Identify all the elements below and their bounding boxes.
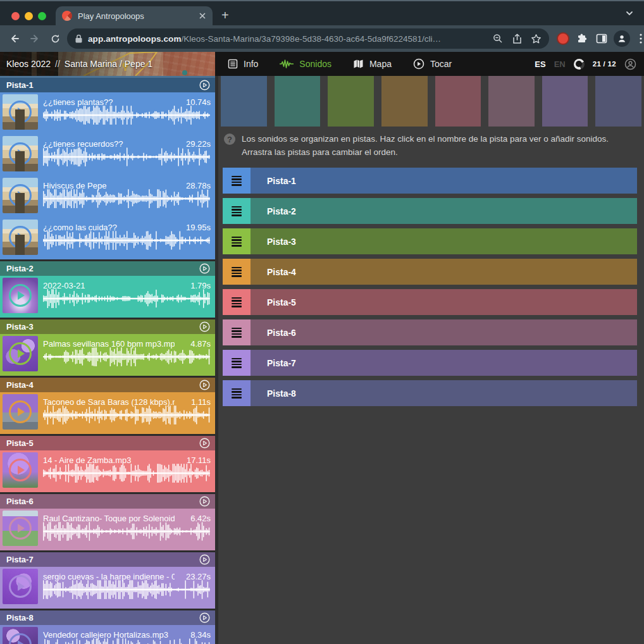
lang-es-button[interactable]: ES [535,59,545,69]
audio-clip[interactable]: ¿¿como las cuida??19.95s [0,218,215,259]
drag-handle-icon [232,267,242,277]
track-play-button[interactable] [199,496,210,507]
clip-play-button[interactable] [9,142,32,165]
tab-favicon [62,11,72,21]
audio-clip[interactable]: Vendedor callejero Hortalizas.mp38.34s [0,625,215,644]
nav-item-mapa[interactable]: Mapa [353,59,392,69]
clip-thumbnail [3,278,38,313]
track-swatch-4 [381,76,428,127]
address-bar[interactable]: app.antropoloops.com/Kleos-Santa-Marina/… [67,28,549,49]
sidebar-track-header-7[interactable]: Pista-7 [0,552,215,567]
clip-thumbnail [3,394,38,430]
account-icon[interactable] [624,58,636,70]
drag-handle[interactable] [223,289,251,315]
sidebar-track-header-3[interactable]: Pista-3 [0,319,215,334]
sidebar-track-header-6[interactable]: Pista-6 [0,494,215,509]
track-play-button[interactable] [199,321,210,332]
audio-clip[interactable]: Palmas sevillanas 160 bpm mp3.mp34.87s [0,334,215,376]
audio-clip[interactable]: ¿¿tienes recuerdos??29.22s [0,134,215,176]
recording-extension-icon[interactable] [557,32,569,45]
clip-thumbnail [3,511,38,546]
sidebar-track-header-5[interactable]: Pista-5 [0,436,215,450]
clip-play-button[interactable] [9,400,32,423]
drag-handle[interactable] [223,168,251,194]
nav-label-tocar: Tocar [430,59,452,69]
back-button[interactable] [6,30,23,47]
clip-play-button[interactable] [9,184,32,207]
extensions-puzzle-icon[interactable] [573,32,590,46]
breadcrumb-title: Santa Marina / Pepe 1 [65,59,152,69]
sidebar-track-section-8: Pista-8Vendedor callejero Hortalizas.mp3… [0,610,215,644]
nav-item-sonidos[interactable]: Sonidos [280,59,331,69]
zoom-out-icon[interactable] [491,32,505,46]
maximize-window-button[interactable] [38,12,46,20]
nav-item-tocar[interactable]: Tocar [413,58,452,70]
sidebar-track-header-8[interactable]: Pista-8 [0,610,215,625]
drag-handle[interactable] [223,259,251,285]
tab-search-chevron-icon[interactable] [625,9,634,18]
clip-play-button[interactable] [9,633,32,644]
lang-en-button[interactable]: EN [554,59,566,69]
clip-play-button[interactable] [9,226,32,249]
track-row-button[interactable]: Pista-2 [251,198,637,224]
map-thumbnail-banner[interactable]: Kleos 2022 // Santa Marina / Pepe 1 [0,52,215,76]
track-row-button[interactable]: Pista-3 [251,228,637,254]
clip-play-button[interactable] [9,459,32,481]
drag-handle[interactable] [223,319,251,345]
track-row-button[interactable]: Pista-4 [251,259,637,285]
browser-tab[interactable]: Play Antropoloops [56,6,213,25]
clip-play-button[interactable] [9,342,32,365]
sidebar-track-header-4[interactable]: Pista-4 [0,378,215,392]
breadcrumb: Kleos 2022 // Santa Marina / Pepe 1 [6,52,152,76]
track-row-button[interactable]: Pista-8 [251,380,637,406]
drag-handle[interactable] [223,228,251,254]
forward-button[interactable] [27,30,43,47]
audio-clip[interactable]: 14 - Aire de Zamba.mp317.11s [0,450,215,492]
track-play-button[interactable] [199,380,210,390]
nav-item-info[interactable]: Info [228,59,258,69]
audio-clip[interactable]: 2022-03-211.79s [0,276,215,318]
close-window-button[interactable] [11,12,20,20]
track-play-button[interactable] [199,263,210,274]
clip-play-button[interactable] [9,101,32,123]
sidebar-track-header-1[interactable]: Pista-1 [0,78,215,92]
clip-play-button[interactable] [9,517,32,540]
track-play-button[interactable] [199,80,210,90]
new-tab-button[interactable]: + [221,9,229,22]
audio-clip[interactable]: Hiviscus de Pepe28.78s [0,176,215,218]
track-swatch-5 [435,76,481,127]
clip-waveform [43,105,210,125]
track-play-button[interactable] [199,554,210,565]
reload-button[interactable] [47,30,63,47]
url-path: /Kleos-Santa-Marina/3a79398e-5d38-4630-a… [182,34,442,44]
nav-label-sonidos: Sonidos [299,59,331,69]
clip-waveform [43,147,210,167]
tab-close-icon[interactable] [199,12,206,20]
bookmark-star-icon[interactable] [529,32,543,46]
app-header: Kleos 2022 // Santa Marina / Pepe 1 Info… [0,52,644,76]
audio-clip[interactable]: ¿¿tienes plantas??10.74s [0,92,215,134]
track-row-button[interactable]: Pista-5 [251,289,637,315]
drag-handle[interactable] [223,380,251,406]
lock-icon [75,34,83,44]
audio-clip[interactable]: sergio cuevas - la harpe indienne - 03 -… [0,567,215,609]
drag-handle[interactable] [223,350,251,376]
drag-handle[interactable] [223,198,251,224]
browser-menu-kebab-icon[interactable] [634,32,644,46]
track-row-button[interactable]: Pista-1 [251,168,637,194]
track-play-button[interactable] [199,438,210,449]
track-name: Pista-2 [6,264,199,273]
profile-avatar[interactable] [614,30,630,47]
track-play-button[interactable] [199,612,210,623]
audio-clip[interactable]: Taconeo de Sara Baras (128 kbps).mp31.11… [0,392,215,434]
audio-clip[interactable]: Raul Cantizano- Toque por Solenoide.mp36… [0,509,215,550]
minimize-window-button[interactable] [25,12,33,20]
track-swatch-3 [328,76,374,127]
sidebar-track-header-2[interactable]: Pista-2 [0,261,215,276]
clip-play-button[interactable] [9,284,32,307]
share-icon[interactable] [510,32,524,46]
track-row-button[interactable]: Pista-7 [251,350,637,376]
track-row-button[interactable]: Pista-6 [251,319,637,345]
clip-play-button[interactable] [9,575,32,598]
side-panel-icon[interactable] [593,32,610,46]
